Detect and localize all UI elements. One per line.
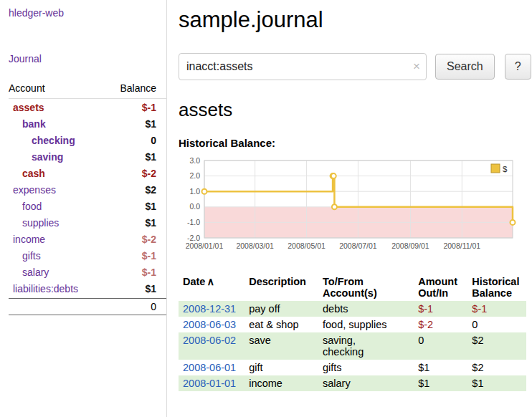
register-row: 2008-01-01incomesalary$1$1	[179, 375, 526, 391]
register-amount: $-1	[414, 301, 467, 317]
account-link[interactable]: income	[9, 234, 45, 245]
svg-text:2008/01/01: 2008/01/01	[186, 241, 224, 250]
sort-ascending-icon: ∧	[206, 276, 214, 287]
register-balance: $-1	[467, 301, 526, 317]
account-row: expenses$2	[9, 181, 166, 198]
register-accounts: saving, checking	[318, 332, 414, 360]
register-header-account: To/From Account(s)	[318, 274, 414, 301]
svg-text:2008/05/01: 2008/05/01	[288, 241, 326, 250]
register-description: eat & shop	[244, 317, 318, 332]
account-link[interactable]: supplies	[9, 217, 59, 229]
search-button[interactable]: Search	[435, 54, 495, 80]
svg-text:-2.0: -2.0	[187, 234, 200, 242]
register-header-description: Description	[244, 274, 318, 301]
search-bar: × Search ?	[179, 53, 526, 80]
account-row: food$1	[9, 198, 166, 214]
register-description: income	[244, 375, 318, 391]
register-date-link[interactable]: 2008-12-31	[179, 301, 244, 317]
account-balance: $-1	[142, 250, 156, 262]
account-row: salary$-1	[9, 264, 166, 280]
register-header-date[interactable]: Date∧	[179, 274, 244, 301]
register-description: gift	[244, 360, 318, 375]
search-input[interactable]	[179, 53, 427, 80]
account-row: checking0	[9, 132, 166, 148]
svg-text:-1.0: -1.0	[187, 218, 200, 226]
account-row: assets$-1	[9, 99, 166, 115]
sidebar: hledger-web Journal Account Balance asse…	[0, 0, 167, 417]
register-accounts: debts	[318, 301, 414, 317]
svg-text:3.0: 3.0	[189, 156, 200, 165]
register-header-amount: Amount Out/In	[414, 274, 467, 301]
help-button[interactable]: ?	[505, 54, 531, 80]
register-accounts: food, supplies	[318, 317, 414, 332]
register-table: Date∧ Description To/From Account(s) Amo…	[179, 274, 526, 391]
account-balance: 0	[151, 135, 156, 146]
svg-text:2008/07/01: 2008/07/01	[339, 241, 377, 250]
account-link[interactable]: saving	[9, 151, 63, 163]
svg-text:1.0: 1.0	[189, 187, 200, 196]
account-link[interactable]: gifts	[9, 250, 41, 262]
page-title: sample.journal	[179, 7, 526, 33]
account-link[interactable]: salary	[9, 267, 49, 278]
register-description: save	[244, 332, 318, 360]
account-link[interactable]: checking	[9, 135, 75, 146]
register-date-link[interactable]: 2008-06-03	[179, 317, 244, 332]
register-header-balance: Historical Balance	[467, 274, 526, 301]
historical-balance-chart: 3.02.01.00.0-1.0-2.02008/01/012008/03/01…	[179, 153, 518, 259]
register-header-row: Date∧ Description To/From Account(s) Amo…	[179, 274, 526, 301]
register-date-link[interactable]: 2008-01-01	[179, 375, 244, 391]
register-row: 2008-12-31pay offdebts$-1$-1	[179, 301, 526, 317]
app: hledger-web Journal Account Balance asse…	[0, 0, 532, 417]
register-balance: $2	[467, 332, 526, 360]
account-balance: $-1	[142, 102, 156, 113]
account-link[interactable]: bank	[9, 118, 46, 130]
account-link[interactable]: food	[9, 201, 42, 212]
clear-search-icon[interactable]: ×	[413, 60, 420, 72]
accounts-table-header: Account Balance	[9, 80, 166, 99]
brand-link[interactable]: hledger-web	[9, 7, 166, 19]
register-date-link[interactable]: 2008-06-01	[179, 360, 244, 375]
account-link[interactable]: assets	[9, 102, 44, 113]
account-row: saving$1	[9, 148, 166, 165]
account-link[interactable]: expenses	[9, 184, 56, 196]
account-balance: $1	[145, 201, 156, 212]
account-balance: $-2	[142, 168, 156, 179]
register-amount: $1	[414, 375, 467, 391]
accounts-total-row: 0	[9, 298, 166, 315]
accounts-header-account: Account	[9, 82, 45, 94]
account-balance: $1	[145, 283, 156, 294]
account-balance: $1	[145, 118, 156, 130]
account-link[interactable]: cash	[9, 168, 45, 179]
register-row: 2008-06-01giftgifts$1$2	[179, 360, 526, 375]
register-amount: 0	[414, 332, 467, 360]
account-heading: assets	[179, 99, 526, 121]
register-accounts: salary	[318, 375, 414, 391]
register-accounts: gifts	[318, 360, 414, 375]
register-date-link[interactable]: 2008-06-02	[179, 332, 244, 360]
register-description: pay off	[244, 301, 318, 317]
register-row: 2008-06-02savesaving, checking0$2	[179, 332, 526, 360]
register-row: 2008-06-03eat & shopfood, supplies$-20	[179, 317, 526, 332]
sidebar-item-journal[interactable]: Journal	[9, 53, 166, 64]
register-balance: $2	[467, 360, 526, 375]
svg-text:2008/09/01: 2008/09/01	[391, 241, 429, 250]
search-box: ×	[179, 53, 427, 80]
register-balance: $1	[467, 375, 526, 391]
accounts-header-balance: Balance	[120, 82, 156, 94]
account-balance: $-1	[142, 267, 156, 278]
svg-text:$: $	[503, 165, 508, 173]
svg-text:2.0: 2.0	[189, 171, 200, 180]
account-balance: $1	[145, 151, 156, 163]
account-row: bank$1	[9, 115, 166, 132]
account-balance: $1	[145, 217, 156, 229]
accounts-table: Account Balance assets$-1bank$1checking0…	[9, 80, 166, 315]
account-row: liabilities:debts$1	[9, 280, 166, 297]
account-balance: $2	[145, 184, 156, 196]
account-link[interactable]: liabilities:debts	[9, 283, 78, 294]
date-header-label: Date	[183, 276, 205, 287]
register-amount: $-2	[414, 317, 467, 332]
svg-text:0.0: 0.0	[189, 202, 200, 211]
register-balance: 0	[467, 317, 526, 332]
accounts-total-value: 0	[151, 301, 156, 312]
account-row: income$-2	[9, 231, 166, 247]
